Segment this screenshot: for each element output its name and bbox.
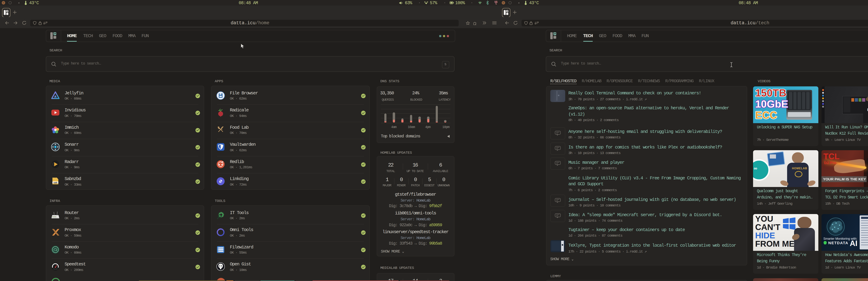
- svg-text:sab: sab: [53, 181, 57, 184]
